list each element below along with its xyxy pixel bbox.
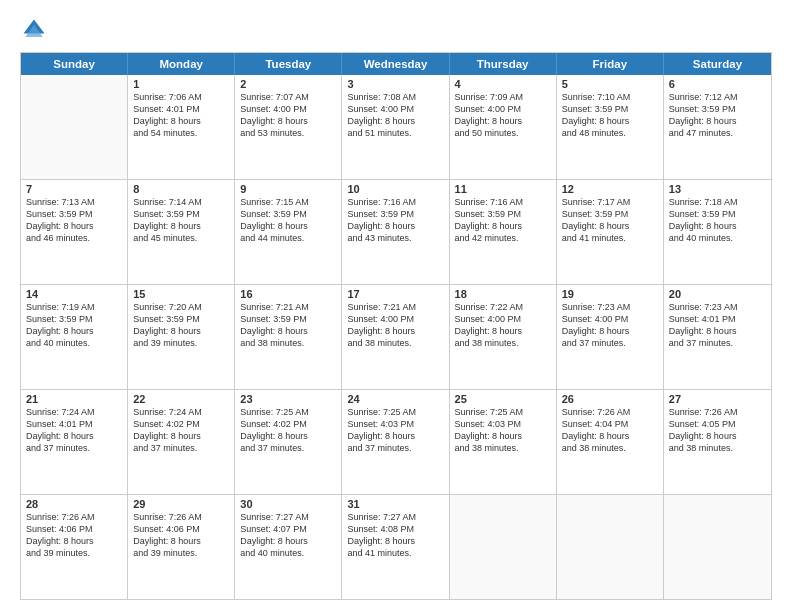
day-number: 30 <box>240 498 336 510</box>
cell-line: Sunset: 4:00 PM <box>240 103 336 115</box>
cell-line: Daylight: 8 hours <box>133 535 229 547</box>
cell-line: and 41 minutes. <box>562 232 658 244</box>
day-cell-14: 14Sunrise: 7:19 AMSunset: 3:59 PMDayligh… <box>21 285 128 389</box>
day-cell-21: 21Sunrise: 7:24 AMSunset: 4:01 PMDayligh… <box>21 390 128 494</box>
day-cell-10: 10Sunrise: 7:16 AMSunset: 3:59 PMDayligh… <box>342 180 449 284</box>
cell-line: Sunrise: 7:10 AM <box>562 91 658 103</box>
cell-line: Sunset: 3:59 PM <box>669 208 766 220</box>
cell-line: Sunset: 3:59 PM <box>562 208 658 220</box>
cell-line: Sunset: 3:59 PM <box>133 313 229 325</box>
cell-line: Daylight: 8 hours <box>669 430 766 442</box>
day-cell-8: 8Sunrise: 7:14 AMSunset: 3:59 PMDaylight… <box>128 180 235 284</box>
cell-line: Daylight: 8 hours <box>669 325 766 337</box>
cell-line: and 39 minutes. <box>133 547 229 559</box>
day-cell-15: 15Sunrise: 7:20 AMSunset: 3:59 PMDayligh… <box>128 285 235 389</box>
day-cell-7: 7Sunrise: 7:13 AMSunset: 3:59 PMDaylight… <box>21 180 128 284</box>
cell-line: and 39 minutes. <box>26 547 122 559</box>
cell-line: Sunset: 4:07 PM <box>240 523 336 535</box>
cell-line: Daylight: 8 hours <box>26 325 122 337</box>
day-number: 26 <box>562 393 658 405</box>
logo <box>20 16 52 44</box>
day-number: 10 <box>347 183 443 195</box>
cell-line: and 37 minutes. <box>562 337 658 349</box>
day-number: 4 <box>455 78 551 90</box>
cell-line: Sunrise: 7:08 AM <box>347 91 443 103</box>
cell-line: Sunset: 4:06 PM <box>26 523 122 535</box>
day-number: 14 <box>26 288 122 300</box>
cell-line: Sunset: 4:00 PM <box>347 103 443 115</box>
cell-line: Daylight: 8 hours <box>347 325 443 337</box>
weekday-header-saturday: Saturday <box>664 53 771 75</box>
cell-line: and 40 minutes. <box>669 232 766 244</box>
calendar: SundayMondayTuesdayWednesdayThursdayFrid… <box>20 52 772 600</box>
cell-line: and 54 minutes. <box>133 127 229 139</box>
day-number: 8 <box>133 183 229 195</box>
day-cell-11: 11Sunrise: 7:16 AMSunset: 3:59 PMDayligh… <box>450 180 557 284</box>
day-cell-19: 19Sunrise: 7:23 AMSunset: 4:00 PMDayligh… <box>557 285 664 389</box>
cell-line: Sunrise: 7:15 AM <box>240 196 336 208</box>
day-number: 29 <box>133 498 229 510</box>
cell-line: and 37 minutes. <box>133 442 229 454</box>
cell-line: Sunrise: 7:24 AM <box>133 406 229 418</box>
day-cell-13: 13Sunrise: 7:18 AMSunset: 3:59 PMDayligh… <box>664 180 771 284</box>
cell-line: Daylight: 8 hours <box>347 115 443 127</box>
day-cell-1: 1Sunrise: 7:06 AMSunset: 4:01 PMDaylight… <box>128 75 235 179</box>
cell-line: Sunrise: 7:09 AM <box>455 91 551 103</box>
cell-line: Sunset: 3:59 PM <box>240 208 336 220</box>
cell-line: Sunrise: 7:25 AM <box>347 406 443 418</box>
day-cell-9: 9Sunrise: 7:15 AMSunset: 3:59 PMDaylight… <box>235 180 342 284</box>
cell-line: and 37 minutes. <box>347 442 443 454</box>
cell-line: Daylight: 8 hours <box>26 220 122 232</box>
cell-line: and 47 minutes. <box>669 127 766 139</box>
day-number: 5 <box>562 78 658 90</box>
cell-line: Sunset: 4:05 PM <box>669 418 766 430</box>
cell-line: Daylight: 8 hours <box>133 220 229 232</box>
cell-line: and 38 minutes. <box>455 442 551 454</box>
cell-line: Sunrise: 7:25 AM <box>240 406 336 418</box>
cell-line: and 44 minutes. <box>240 232 336 244</box>
day-cell-12: 12Sunrise: 7:17 AMSunset: 3:59 PMDayligh… <box>557 180 664 284</box>
cell-line: Sunrise: 7:27 AM <box>240 511 336 523</box>
calendar-body: 1Sunrise: 7:06 AMSunset: 4:01 PMDaylight… <box>21 75 771 599</box>
cell-line: Daylight: 8 hours <box>455 430 551 442</box>
cell-line: and 40 minutes. <box>240 547 336 559</box>
cell-line: Sunset: 4:01 PM <box>133 103 229 115</box>
cell-line: Sunset: 3:59 PM <box>455 208 551 220</box>
cell-line: Daylight: 8 hours <box>562 430 658 442</box>
cell-line: Daylight: 8 hours <box>455 115 551 127</box>
day-number: 22 <box>133 393 229 405</box>
cell-line: and 37 minutes. <box>669 337 766 349</box>
cell-line: Sunrise: 7:13 AM <box>26 196 122 208</box>
day-cell-25: 25Sunrise: 7:25 AMSunset: 4:03 PMDayligh… <box>450 390 557 494</box>
cell-line: and 38 minutes. <box>455 337 551 349</box>
cell-line: and 43 minutes. <box>347 232 443 244</box>
day-cell-16: 16Sunrise: 7:21 AMSunset: 3:59 PMDayligh… <box>235 285 342 389</box>
cell-line: and 41 minutes. <box>347 547 443 559</box>
cell-line: Sunset: 3:59 PM <box>26 208 122 220</box>
day-number: 17 <box>347 288 443 300</box>
cell-line: Sunrise: 7:26 AM <box>133 511 229 523</box>
cell-line: Sunset: 3:59 PM <box>133 208 229 220</box>
day-number: 13 <box>669 183 766 195</box>
cell-line: Daylight: 8 hours <box>669 115 766 127</box>
day-cell-2: 2Sunrise: 7:07 AMSunset: 4:00 PMDaylight… <box>235 75 342 179</box>
cell-line: Daylight: 8 hours <box>347 430 443 442</box>
cell-line: Daylight: 8 hours <box>26 430 122 442</box>
weekday-header-wednesday: Wednesday <box>342 53 449 75</box>
cell-line: Daylight: 8 hours <box>347 535 443 547</box>
cell-line: Sunset: 3:59 PM <box>240 313 336 325</box>
day-cell-22: 22Sunrise: 7:24 AMSunset: 4:02 PMDayligh… <box>128 390 235 494</box>
cell-line: and 38 minutes. <box>562 442 658 454</box>
day-cell-4: 4Sunrise: 7:09 AMSunset: 4:00 PMDaylight… <box>450 75 557 179</box>
cell-line: Sunset: 3:59 PM <box>562 103 658 115</box>
calendar-row-1: 7Sunrise: 7:13 AMSunset: 3:59 PMDaylight… <box>21 179 771 284</box>
day-cell-18: 18Sunrise: 7:22 AMSunset: 4:00 PMDayligh… <box>450 285 557 389</box>
cell-line: Sunrise: 7:26 AM <box>562 406 658 418</box>
cell-line: Daylight: 8 hours <box>26 535 122 547</box>
cell-line: Sunset: 4:00 PM <box>455 313 551 325</box>
cell-line: Daylight: 8 hours <box>669 220 766 232</box>
day-number: 7 <box>26 183 122 195</box>
weekday-header-sunday: Sunday <box>21 53 128 75</box>
cell-line: Sunrise: 7:27 AM <box>347 511 443 523</box>
cell-line: Daylight: 8 hours <box>240 115 336 127</box>
